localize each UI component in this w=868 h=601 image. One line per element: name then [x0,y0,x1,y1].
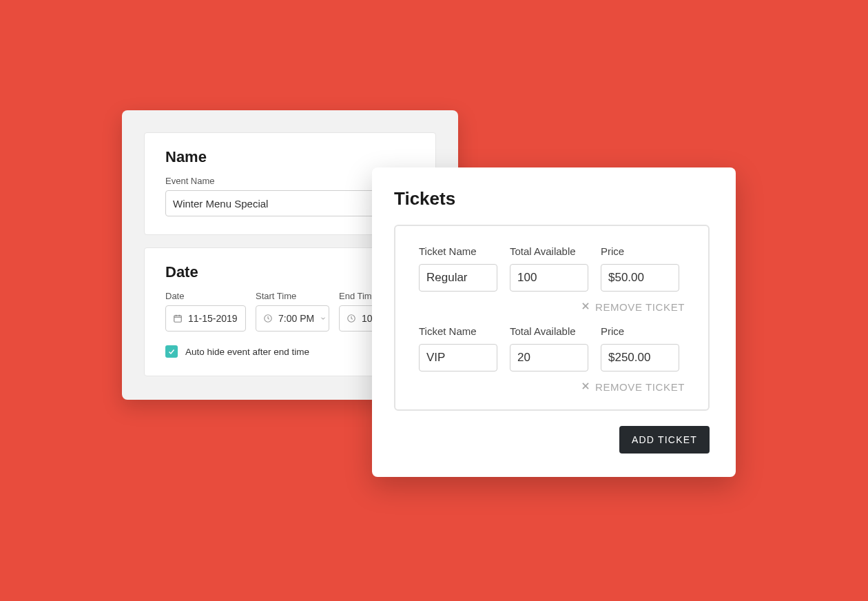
remove-ticket-label: REMOVE TICKET [595,301,685,313]
date-input[interactable]: 11-15-2019 [165,305,246,332]
svg-rect-0 [174,316,182,322]
start-time-value: 7:00 PM [278,313,314,324]
start-time-field: Start Time 7:00 PM [256,291,329,332]
ticket-avail-label: Total Available [510,245,588,257]
ticket-name-col: Ticket Name [419,245,497,292]
ticket-price-label: Price [601,325,679,337]
ticket-avail-col: Total Available [510,245,588,292]
add-ticket-row: ADD TICKET [394,426,710,454]
ticket-price-input[interactable] [601,344,679,371]
auto-hide-checkbox[interactable] [165,345,178,358]
chevron-down-icon [320,315,327,322]
calendar-icon [173,314,183,323]
ticket-price-col: Price [601,325,679,371]
ticket-avail-input[interactable] [510,344,588,371]
ticket-name-input[interactable] [419,344,497,371]
tickets-panel: Tickets Ticket Name Total Available Pric… [372,167,736,477]
ticket-avail-col: Total Available [510,325,588,371]
remove-ticket-button[interactable]: REMOVE TICKET [419,381,685,393]
remove-ticket-label: REMOVE TICKET [595,381,685,393]
ticket-row: Ticket Name Total Available Price [419,325,685,371]
remove-ticket-button[interactable]: REMOVE TICKET [419,301,685,313]
start-time-label: Start Time [256,291,329,301]
clock-icon [263,314,273,323]
auto-hide-label: Auto hide event after end time [185,347,309,357]
ticket-avail-input[interactable] [510,264,588,292]
ticket-row: Ticket Name Total Available Price [419,245,685,292]
add-ticket-button[interactable]: ADD TICKET [619,426,710,454]
ticket-price-col: Price [601,245,679,292]
start-time-input[interactable]: 7:00 PM [256,305,329,332]
ticket-price-input[interactable] [601,264,679,292]
name-section-title: Name [165,148,415,166]
date-value: 11-15-2019 [188,313,238,324]
close-icon [581,381,590,393]
close-icon [581,301,590,313]
clock-icon [347,314,356,323]
ticket-name-label: Ticket Name [419,325,497,337]
date-label: Date [165,291,246,301]
ticket-avail-label: Total Available [510,325,588,337]
tickets-box: Ticket Name Total Available Price REMOVE… [394,225,710,411]
ticket-name-col: Ticket Name [419,325,497,371]
ticket-price-label: Price [601,245,679,257]
ticket-name-input[interactable] [419,264,497,292]
ticket-name-label: Ticket Name [419,245,497,257]
end-time-value: 10 [362,313,373,324]
date-field: Date 11-15-2019 [165,291,246,332]
tickets-title: Tickets [394,188,710,210]
